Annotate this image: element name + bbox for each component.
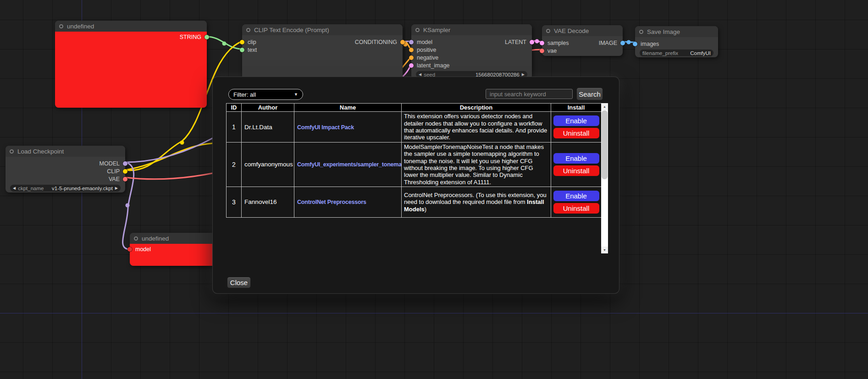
node-header[interactable]: Save Image bbox=[635, 26, 718, 37]
filter-select[interactable]: Filter: all ▼ bbox=[228, 89, 303, 100]
node-vae-decode[interactable]: VAE Decode samples IMAGE vae bbox=[542, 25, 623, 56]
input-slot-dot[interactable] bbox=[409, 63, 414, 68]
slot-row: CLIP bbox=[6, 167, 125, 175]
uninstall-button[interactable]: Uninstall bbox=[553, 128, 599, 138]
input-slot-dot[interactable] bbox=[409, 48, 414, 52]
output-slot[interactable]: CLIP bbox=[107, 167, 125, 175]
input-slot-dot[interactable] bbox=[409, 55, 414, 60]
output-slot[interactable]: STRING bbox=[180, 33, 206, 41]
input-slot-dot[interactable] bbox=[240, 48, 244, 52]
output-slot-dot[interactable] bbox=[530, 40, 534, 44]
extension-install-cell: EnableUninstall bbox=[551, 112, 602, 143]
scroll-down-icon[interactable]: ▼ bbox=[601, 247, 608, 253]
input-slot-dot[interactable] bbox=[633, 42, 637, 46]
widget-increment-icon[interactable]: ▶ bbox=[115, 187, 118, 190]
node-title: undefined bbox=[67, 23, 94, 30]
node-header[interactable]: CLIP Text Encode (Prompt) bbox=[242, 24, 403, 35]
search-button[interactable]: Search bbox=[576, 88, 603, 100]
collapse-dot-icon[interactable] bbox=[134, 236, 138, 241]
input-slot[interactable]: images bbox=[636, 40, 659, 48]
input-slot-dot[interactable] bbox=[540, 41, 544, 45]
widget-value: 156680208700286 bbox=[475, 72, 520, 77]
extension-id: 2 bbox=[227, 143, 242, 187]
output-slot[interactable]: VAE bbox=[109, 175, 125, 183]
enable-button[interactable]: Enable bbox=[553, 153, 599, 164]
input-slot[interactable]: clip bbox=[243, 38, 256, 46]
input-slot[interactable]: positive bbox=[412, 46, 436, 54]
chevron-down-icon: ▼ bbox=[294, 92, 298, 97]
node-load-checkpoint[interactable]: Load Checkpoint MODEL CLIP VAE bbox=[6, 146, 125, 192]
node-header[interactable]: undefined bbox=[55, 21, 207, 32]
close-button[interactable]: Close bbox=[227, 277, 251, 288]
output-slot-dot[interactable] bbox=[123, 161, 127, 166]
input-slot[interactable]: text bbox=[243, 46, 257, 54]
slot-row: vae bbox=[542, 47, 623, 55]
node-ksampler[interactable]: KSampler model LATENT positive bbox=[411, 24, 532, 79]
uninstall-button[interactable]: Uninstall bbox=[553, 203, 599, 214]
extension-link[interactable]: ComfyUI Impact Pack bbox=[297, 124, 354, 131]
extension-link[interactable]: ControlNet Preprocessors bbox=[297, 199, 366, 205]
output-slot-dot[interactable] bbox=[400, 40, 405, 44]
extension-description: This extension offers various detector n… bbox=[402, 112, 551, 143]
widget-value: ComfyUI bbox=[690, 50, 711, 56]
collapse-dot-icon[interactable] bbox=[10, 149, 14, 154]
extension-author: comfyanonymous bbox=[242, 143, 294, 187]
table-scrollbar[interactable]: ▲ ▼ bbox=[601, 103, 608, 253]
node-header[interactable]: VAE Decode bbox=[542, 25, 623, 36]
input-slot[interactable]: latent_image bbox=[412, 61, 450, 69]
node-header[interactable]: Load Checkpoint bbox=[6, 146, 125, 157]
input-slot-dot[interactable] bbox=[127, 247, 132, 252]
extensions-table: IDAuthorNameDescriptionInstall 1Dr.Lt.Da… bbox=[226, 103, 602, 218]
extension-author: Fannovel16 bbox=[242, 187, 294, 217]
output-slot-dot[interactable] bbox=[620, 41, 625, 45]
input-slot-label: negative bbox=[417, 55, 438, 61]
widget-decrement-icon[interactable]: ◀ bbox=[13, 187, 16, 190]
enable-button[interactable]: Enable bbox=[553, 191, 599, 201]
widget-decrement-icon[interactable]: ◀ bbox=[419, 73, 421, 77]
input-slot-dot[interactable] bbox=[540, 49, 544, 53]
output-slot-dot[interactable] bbox=[123, 169, 127, 174]
extension-id: 3 bbox=[227, 187, 242, 217]
collapse-dot-icon[interactable] bbox=[246, 28, 250, 32]
output-slot-dot[interactable] bbox=[123, 177, 127, 181]
input-slot[interactable]: vae bbox=[542, 47, 557, 55]
extension-name: ControlNet Preprocessors bbox=[294, 187, 402, 217]
node-save-image[interactable]: Save Image images filename_prefix ComfyU… bbox=[635, 26, 718, 57]
input-slot[interactable]: samples bbox=[542, 39, 569, 47]
extension-link[interactable]: ComfyUI_experiments/sampler_tonemap bbox=[297, 161, 402, 168]
output-slot-label: CLIP bbox=[107, 168, 120, 175]
enable-button[interactable]: Enable bbox=[553, 115, 599, 126]
input-slot-dot[interactable] bbox=[409, 40, 414, 44]
collapse-dot-icon[interactable] bbox=[639, 30, 643, 34]
collapse-dot-icon[interactable] bbox=[415, 28, 420, 32]
collapse-dot-icon[interactable] bbox=[546, 29, 550, 33]
slot-row: images bbox=[635, 40, 718, 48]
extensions-tbody: 1Dr.Lt.DataComfyUI Impact PackThis exten… bbox=[227, 112, 602, 218]
uninstall-button[interactable]: Uninstall bbox=[553, 165, 599, 176]
extension-author: Dr.Lt.Data bbox=[242, 112, 294, 143]
input-slot[interactable]: model bbox=[412, 38, 432, 46]
output-slot[interactable]: LATENT bbox=[505, 38, 531, 46]
widget-increment-icon[interactable]: ▶ bbox=[522, 73, 525, 77]
scroll-up-icon[interactable]: ▲ bbox=[601, 103, 608, 110]
column-header: Author bbox=[242, 104, 294, 112]
scrollbar-thumb[interactable] bbox=[602, 110, 608, 179]
slot-row: positive bbox=[411, 46, 532, 54]
output-slot[interactable]: CONDITIONING bbox=[355, 38, 402, 46]
input-slot[interactable]: negative bbox=[412, 54, 438, 61]
slot-row: clip CONDITIONING bbox=[242, 38, 403, 46]
input-slot[interactable]: model bbox=[130, 245, 151, 253]
search-input[interactable] bbox=[486, 89, 573, 99]
node-undefined-top[interactable]: undefined STRING bbox=[55, 21, 207, 108]
output-slot[interactable]: MODEL bbox=[100, 159, 125, 167]
output-slot-dot[interactable] bbox=[205, 35, 209, 39]
node-header[interactable]: KSampler bbox=[411, 24, 532, 35]
input-slot-dot[interactable] bbox=[240, 40, 244, 44]
output-slot[interactable]: IMAGE bbox=[599, 39, 622, 47]
widget-value: v1-5-pruned-emaonly.ckpt bbox=[52, 186, 113, 191]
table-header-row: IDAuthorNameDescriptionInstall bbox=[227, 104, 602, 112]
column-header: Description bbox=[402, 104, 551, 112]
collapse-dot-icon[interactable] bbox=[59, 24, 63, 28]
filename-prefix-widget[interactable]: filename_prefix ComfyUI bbox=[640, 49, 713, 56]
ckpt-name-widget[interactable]: ◀ ckpt_name v1-5-pruned-emaonly.ckpt ▶ bbox=[10, 185, 121, 192]
